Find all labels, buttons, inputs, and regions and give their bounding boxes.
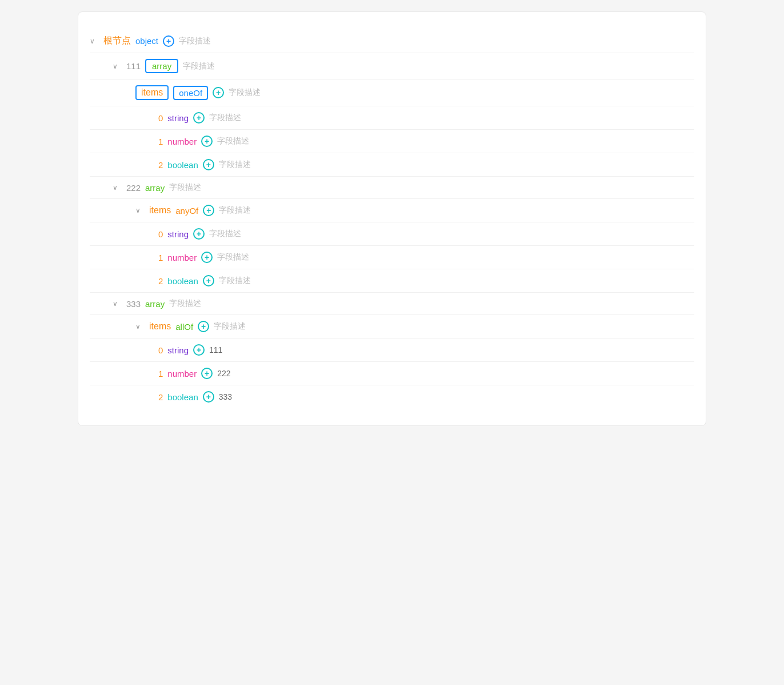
items-oneof-description: 字段描述 [229,87,261,98]
allof-1-value: 222 [217,369,230,378]
anyof-type: anyOf [175,206,198,216]
oneof-1-row: 1 number + 字段描述 [90,130,694,153]
allof-0-row: 0 string + 111 [90,338,694,362]
field-222-type: array [145,183,165,193]
allof-2-index: 2 [158,392,163,402]
items-oneof-add-button[interactable]: + [213,87,224,98]
allof-type: allOf [175,322,193,332]
items-anyof-description: 字段描述 [219,205,251,216]
anyof-1-add-button[interactable]: + [201,252,213,263]
anyof-2-add-button[interactable]: + [203,275,214,286]
oneof-2-row: 2 boolean + 字段描述 [90,153,694,177]
items-anyof-chevron[interactable]: ∨ [135,206,145,214]
anyof-0-description: 字段描述 [209,229,241,239]
field-333-row: ∨ 333 array 字段描述 [90,293,694,315]
oneof-0-description: 字段描述 [209,113,241,123]
allof-1-row: 1 number + 222 [90,362,694,385]
anyof-0-type: string [167,229,189,239]
field-222-row: ∨ 222 array 字段描述 [90,177,694,199]
allof-0-value: 111 [209,345,222,355]
oneof-1-type: number [167,137,197,146]
allof-0-add-button[interactable]: + [193,344,205,356]
anyof-0-add-button[interactable]: + [193,228,205,240]
anyof-0-index: 0 [158,229,163,239]
root-add-button[interactable]: + [163,35,174,47]
anyof-2-description: 字段描述 [219,276,251,286]
items-allof-row: ∨ items allOf + 字段描述 [90,315,694,338]
root-chevron[interactable]: ∨ [90,37,99,45]
anyof-1-row: 1 number + 字段描述 [90,246,694,269]
items-label-highlighted: items [135,85,169,100]
field-111-name: 111 [126,61,141,71]
allof-2-type: boolean [167,392,198,402]
items-oneof-row: items oneOf + 字段描述 [90,79,694,106]
items-allof-add-button[interactable]: + [198,321,209,332]
oneof-0-add-button[interactable]: + [193,112,205,124]
allof-2-add-button[interactable]: + [203,391,214,403]
oneof-0-type: string [167,113,189,123]
oneof-1-description: 字段描述 [217,136,249,146]
items-allof-label: items [149,321,171,332]
allof-1-add-button[interactable]: + [201,368,213,379]
field-222-name: 222 [126,183,141,193]
field-333-name: 333 [126,299,141,309]
oneof-0-index: 0 [158,113,163,123]
oneof-type-highlighted: oneOf [173,86,208,100]
allof-0-type: string [167,345,189,355]
field-333-type: array [145,299,165,309]
root-row: ∨ 根节点 object + 字段描述 [90,29,694,53]
items-anyof-row: ∨ items anyOf + 字段描述 [90,199,694,222]
allof-2-row: 2 boolean + 333 [90,385,694,408]
oneof-2-type: boolean [167,160,198,170]
allof-1-type: number [167,369,197,379]
anyof-2-type: boolean [167,276,198,286]
allof-2-value: 333 [219,392,232,401]
oneof-1-index: 1 [158,137,163,146]
anyof-1-index: 1 [158,253,163,262]
oneof-2-index: 2 [158,160,163,170]
allof-1-index: 1 [158,369,163,379]
field-222-chevron[interactable]: ∨ [113,184,122,192]
field-222-description: 字段描述 [169,182,201,193]
root-type: object [135,36,158,46]
items-allof-chevron[interactable]: ∨ [135,322,145,330]
root-description: 字段描述 [179,36,211,46]
field-111-chevron[interactable]: ∨ [113,62,122,70]
field-111-description: 字段描述 [183,61,215,71]
items-anyof-label: items [149,205,171,216]
field-111-type: array [145,59,178,73]
anyof-2-row: 2 boolean + 字段描述 [90,269,694,293]
oneof-1-add-button[interactable]: + [201,136,213,147]
oneof-2-description: 字段描述 [219,160,251,170]
anyof-0-row: 0 string + 字段描述 [90,222,694,246]
anyof-2-index: 2 [158,276,163,286]
anyof-1-type: number [167,253,197,262]
oneof-2-add-button[interactable]: + [203,159,214,170]
root-label: 根节点 [103,35,131,47]
anyof-1-description: 字段描述 [217,252,249,262]
oneof-0-row: 0 string + 字段描述 [90,106,694,130]
field-333-description: 字段描述 [169,298,201,309]
field-111-row: ∨ 111 array 字段描述 [90,53,694,79]
field-333-chevron[interactable]: ∨ [113,300,122,308]
allof-0-index: 0 [158,345,163,355]
items-allof-description: 字段描述 [214,321,246,332]
items-anyof-add-button[interactable]: + [203,205,214,216]
schema-container: ∨ 根节点 object + 字段描述 ∨ 111 array 字段描述 ite… [78,11,706,426]
